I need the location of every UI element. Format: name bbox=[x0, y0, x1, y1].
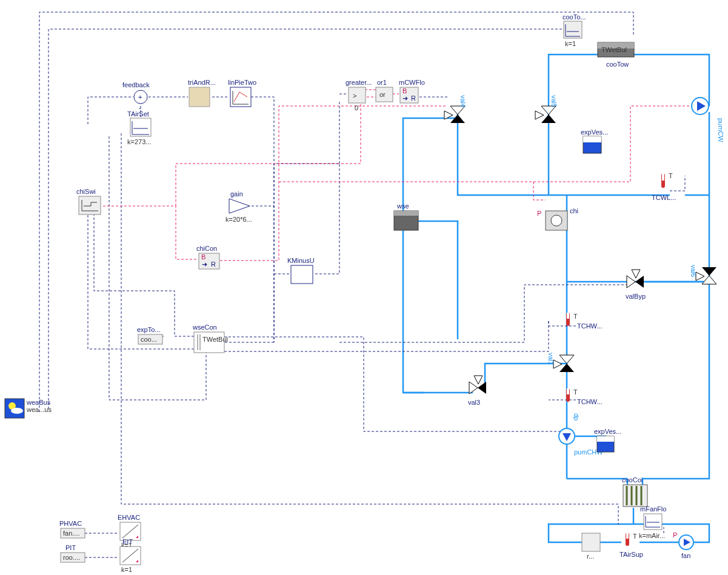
block-chi[interactable]: P chi bbox=[537, 207, 578, 230]
block-chiSwi[interactable]: chiSwi bbox=[76, 188, 101, 214]
label-TCWL: TCWL... bbox=[652, 194, 676, 201]
pink-signals bbox=[103, 90, 700, 261]
block-val1[interactable]: val1 bbox=[547, 353, 574, 372]
label-KMinusU: KMinusU bbox=[287, 257, 315, 264]
svg-marker-33 bbox=[702, 276, 716, 284]
block-mFanFlo[interactable]: mFanFlo k=mAir... bbox=[639, 505, 666, 539]
svg-marker-47 bbox=[469, 382, 478, 394]
block-triAndR[interactable]: triAndR... bbox=[188, 79, 216, 107]
label-TWetBul-mid: TWetBul bbox=[202, 336, 228, 343]
label-mCWFlo: mCWFlo bbox=[399, 79, 425, 86]
arrow-icon: ➜ bbox=[402, 95, 408, 102]
label-T-tchw2: T bbox=[573, 388, 578, 396]
block-EIT[interactable]: EIT k=1 bbox=[120, 538, 141, 573]
label-T-tairsup: T bbox=[633, 533, 637, 540]
block-valByp[interactable]: valByp bbox=[626, 270, 646, 300]
svg-marker-19 bbox=[535, 111, 544, 119]
label-cooCoi: cooCoi bbox=[622, 476, 643, 484]
label-val6: val6 bbox=[690, 265, 697, 277]
label-B2: B bbox=[201, 253, 205, 261]
svg-rect-8 bbox=[130, 118, 151, 136]
label-chiSwi: chiSwi bbox=[76, 188, 96, 195]
svg-point-69 bbox=[11, 408, 23, 414]
label-fan-box: fan.... bbox=[63, 530, 80, 537]
block-TCWL[interactable]: T TCWL... bbox=[652, 172, 676, 201]
label-cooTo: cooTo... bbox=[563, 13, 586, 21]
label-dp: dp bbox=[573, 413, 580, 420]
block-TAirSet[interactable]: TAirSet k=273... bbox=[127, 110, 151, 145]
block-expVes2[interactable]: expVes... bbox=[594, 428, 621, 452]
svg-marker-36 bbox=[635, 276, 644, 288]
label-expTo: expTo... bbox=[137, 326, 161, 333]
block-cooCoi[interactable]: cooCoi bbox=[622, 476, 647, 507]
label-TCHW1: TCHW... bbox=[577, 322, 603, 330]
block-PIT[interactable]: roo.... PIT bbox=[61, 544, 85, 562]
label-or1: or1 bbox=[377, 79, 387, 86]
label-mFanFlo-k: k=mAir... bbox=[639, 532, 665, 539]
block-expTo[interactable]: coo... expTo... bbox=[137, 326, 162, 344]
svg-rect-63 bbox=[626, 533, 629, 539]
label-val4: val4 bbox=[459, 95, 467, 107]
svg-rect-66 bbox=[582, 533, 600, 551]
arrow-icon-2: ➜ bbox=[202, 261, 207, 268]
label-PHVAC: PHVAC bbox=[59, 520, 82, 527]
label-or: or bbox=[379, 91, 386, 98]
svg-marker-48 bbox=[478, 382, 486, 394]
label-gain-k: k=20*6... bbox=[225, 216, 252, 223]
block-mCWFlo[interactable]: B R ➜ mCWFlo bbox=[399, 79, 425, 103]
label-TAirSet-k: k=273... bbox=[127, 138, 151, 145]
label-twetbul-top: TWetBul bbox=[601, 46, 627, 53]
block-TCHW1[interactable]: T TCHW... bbox=[566, 313, 603, 330]
diagram-canvas: cooTo... k=1 TWetBul cooTow pumCW + - fe… bbox=[0, 0, 728, 575]
label-val5: val5 bbox=[550, 95, 558, 107]
svg-marker-45 bbox=[559, 364, 574, 372]
block-val5[interactable]: val5 bbox=[535, 95, 558, 123]
block-chiCon[interactable]: B R ➜ chiCon bbox=[196, 245, 219, 269]
label-R2: R bbox=[211, 261, 216, 268]
block-feedback[interactable]: + - feedback bbox=[122, 81, 150, 111]
block-greater[interactable]: > greater... 0 bbox=[346, 79, 372, 111]
block-wse[interactable]: wse bbox=[394, 202, 418, 230]
block-KMinusU[interactable]: KMinusU bbox=[287, 257, 315, 284]
pipe-network bbox=[403, 55, 709, 542]
svg-rect-55 bbox=[597, 436, 614, 442]
block-val3[interactable]: val3 bbox=[468, 376, 486, 406]
svg-rect-27 bbox=[394, 211, 418, 216]
label-val1: val1 bbox=[547, 353, 555, 365]
label-cooTo-k: k=1 bbox=[565, 40, 576, 47]
block-gain[interactable]: gain k=20*6... bbox=[225, 190, 252, 223]
label-chi: chi bbox=[570, 207, 578, 214]
svg-marker-35 bbox=[627, 276, 635, 288]
block-fan[interactable]: P fan bbox=[673, 531, 693, 559]
label-TAirSup: TAirSup bbox=[619, 551, 643, 558]
svg-marker-37 bbox=[632, 270, 640, 278]
svg-rect-10 bbox=[230, 87, 251, 107]
block-pumCW[interactable]: pumCW bbox=[692, 98, 724, 142]
label-T-tchw1: T bbox=[573, 313, 578, 320]
block-or1[interactable]: or or1 bbox=[376, 79, 393, 102]
block-expVes1[interactable]: expVes... bbox=[581, 128, 608, 153]
label-roo: roo.... bbox=[63, 554, 80, 561]
label-PIT: PIT bbox=[65, 544, 76, 551]
block-room[interactable]: r... bbox=[582, 533, 600, 560]
svg-point-29 bbox=[551, 215, 562, 226]
block-PHVAC[interactable]: fan.... PHVAC bbox=[59, 520, 85, 538]
label-B1: B bbox=[402, 87, 407, 95]
block-weaBus[interactable]: weaBus wea...us bbox=[5, 399, 52, 418]
label-gt: > bbox=[353, 92, 356, 99]
svg-marker-25 bbox=[229, 199, 250, 213]
label-gain: gain bbox=[230, 190, 243, 198]
block-linPieTwo[interactable]: linPieTwo bbox=[228, 79, 256, 107]
svg-rect-0 bbox=[564, 21, 582, 38]
label-cooTow: cooTow bbox=[606, 61, 629, 68]
label-weaBus: weaBus bbox=[26, 399, 51, 406]
block-wseCon[interactable]: TWetBul wseCon bbox=[192, 324, 228, 353]
block-TCHW2[interactable]: T TCHW... bbox=[566, 388, 603, 405]
label-fan: fan bbox=[681, 552, 690, 559]
label-wseCon: wseCon bbox=[192, 324, 217, 331]
label-expVes1: expVes... bbox=[581, 128, 608, 136]
block-twetbul-top[interactable]: TWetBul cooTow bbox=[598, 42, 634, 68]
block-cooTo[interactable]: cooTo... k=1 bbox=[563, 13, 586, 47]
label-TAirSet: TAirSet bbox=[127, 110, 149, 118]
label-feedback: feedback bbox=[122, 81, 150, 88]
